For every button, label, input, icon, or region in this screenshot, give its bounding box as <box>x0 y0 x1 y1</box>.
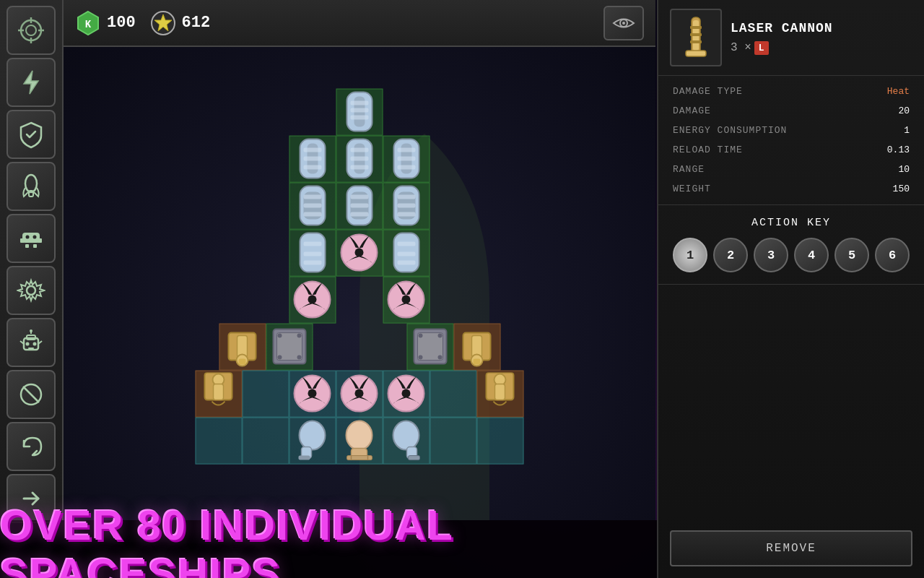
grid-cell-teal[interactable] <box>477 417 524 464</box>
sidebar-btn-settings[interactable] <box>6 266 56 315</box>
grid-cell[interactable] <box>336 135 383 182</box>
sidebar-btn-target[interactable] <box>6 6 56 55</box>
grid-cell-teal[interactable] <box>430 417 477 464</box>
svg-rect-122 <box>214 384 224 400</box>
grid-cell-radiation-teal[interactable] <box>383 370 430 417</box>
sidebar-btn-robot[interactable] <box>6 318 56 367</box>
svg-rect-146 <box>690 33 702 36</box>
key-btn-4[interactable]: 4 <box>794 238 829 272</box>
grid-cell-radiation[interactable] <box>289 276 336 323</box>
svg-rect-134 <box>299 456 310 460</box>
grid-cell-teal[interactable] <box>243 370 289 417</box>
key-btn-6[interactable]: 6 <box>875 238 910 272</box>
remove-button[interactable]: REMOVE <box>670 530 912 566</box>
grid-cell[interactable] <box>289 182 336 229</box>
grid-cell-engine-right[interactable] <box>383 417 430 464</box>
sidebar-btn-undo[interactable] <box>6 422 56 471</box>
grid-cell[interactable] <box>336 88 383 135</box>
sidebar-btn-alien[interactable] <box>6 214 56 263</box>
svg-rect-29 <box>25 244 29 248</box>
svg-point-115 <box>437 355 442 360</box>
item-count: 3 × L <box>731 41 912 55</box>
action-key-section: ACTION KEY 1 2 3 4 5 6 <box>658 205 924 285</box>
svg-rect-94 <box>398 252 416 256</box>
grid-cell-cannon-right-lower[interactable] <box>477 370 524 417</box>
sidebar-btn-energy[interactable] <box>6 58 56 107</box>
svg-rect-142 <box>409 456 420 460</box>
grid-cell-radiation[interactable] <box>383 276 430 323</box>
grid-cell-teal[interactable] <box>243 417 289 464</box>
svg-rect-80 <box>351 212 369 217</box>
grid-cell[interactable] <box>383 182 430 229</box>
grid-cell-cannon-left[interactable] <box>219 323 266 370</box>
item-icon <box>670 9 722 66</box>
svg-rect-95 <box>398 261 416 265</box>
svg-point-37 <box>33 342 37 346</box>
grid-cell-radiation[interactable] <box>336 229 383 276</box>
grid-cell-radiation-teal[interactable] <box>336 370 383 417</box>
grid-cell-cannon-right[interactable] <box>453 323 500 370</box>
item-badge: L <box>754 41 769 55</box>
sidebar-btn-rocket[interactable] <box>6 162 56 211</box>
svg-rect-68 <box>398 148 416 152</box>
grid-cell-teal[interactable] <box>196 417 243 464</box>
banner-text: OVER 80 INDIVIDUAL SPACESHIPS <box>0 501 657 578</box>
svg-point-33 <box>27 286 35 295</box>
ship-grid <box>196 88 524 464</box>
sidebar-btn-shield[interactable] <box>6 110 56 159</box>
star-value: 612 <box>182 14 211 32</box>
game-area[interactable] <box>64 47 655 520</box>
key-btn-3[interactable]: 3 <box>754 238 788 272</box>
svg-point-31 <box>26 236 30 239</box>
item-info: LASER CANNON 3 × L <box>731 21 912 55</box>
svg-point-112 <box>418 334 422 338</box>
svg-rect-69 <box>398 157 416 161</box>
eye-button[interactable] <box>603 6 644 40</box>
grid-cell[interactable] <box>383 229 430 276</box>
grid-cell-panel[interactable] <box>406 323 453 370</box>
svg-point-24 <box>25 175 37 192</box>
svg-point-18 <box>26 25 36 35</box>
key-btn-1[interactable]: 1 <box>673 238 707 272</box>
svg-rect-88 <box>304 252 322 256</box>
grid-cell-engine-center[interactable] <box>336 417 383 464</box>
grid-cell-empty[interactable] <box>336 276 383 323</box>
grid-cell-radiation-teal[interactable] <box>289 370 336 417</box>
key-btn-5[interactable]: 5 <box>834 238 869 272</box>
svg-rect-103 <box>238 359 245 365</box>
grid-cell[interactable] <box>336 182 383 229</box>
svg-rect-75 <box>304 212 322 217</box>
grid-cell[interactable] <box>383 135 430 182</box>
svg-rect-93 <box>398 242 416 246</box>
grid-cell-teal[interactable] <box>430 370 477 417</box>
svg-point-106 <box>277 334 282 338</box>
grid-cell-empty[interactable] <box>359 323 406 370</box>
svg-rect-87 <box>304 242 322 246</box>
svg-rect-131 <box>495 384 505 400</box>
svg-rect-78 <box>351 195 369 199</box>
grid-cell[interactable] <box>289 135 336 182</box>
svg-point-124 <box>308 389 317 398</box>
svg-rect-64 <box>351 157 369 161</box>
svg-rect-145 <box>690 26 702 29</box>
grid-cell[interactable] <box>289 229 336 276</box>
svg-point-135 <box>346 421 372 450</box>
grid-cell-cannon-left-lower[interactable] <box>196 370 243 417</box>
svg-rect-30 <box>33 244 37 248</box>
left-sidebar <box>0 0 64 520</box>
svg-rect-70 <box>398 165 416 170</box>
svg-point-126 <box>355 389 364 398</box>
svg-text:K: K <box>85 18 92 30</box>
svg-rect-55 <box>351 116 369 120</box>
svg-point-140 <box>393 421 419 450</box>
svg-point-32 <box>33 236 37 239</box>
svg-rect-119 <box>473 359 480 365</box>
grid-cell-empty[interactable] <box>313 323 359 370</box>
bottom-banner: OVER 80 INDIVIDUAL SPACESHIPS <box>0 520 657 578</box>
key-btn-2[interactable]: 2 <box>713 238 748 272</box>
grid-cell-panel[interactable] <box>266 323 313 370</box>
currency-hex: K 100 <box>75 10 136 36</box>
sidebar-btn-cancel[interactable] <box>6 370 56 419</box>
grid-cell-engine-left[interactable] <box>289 417 336 464</box>
svg-rect-60 <box>304 165 322 170</box>
